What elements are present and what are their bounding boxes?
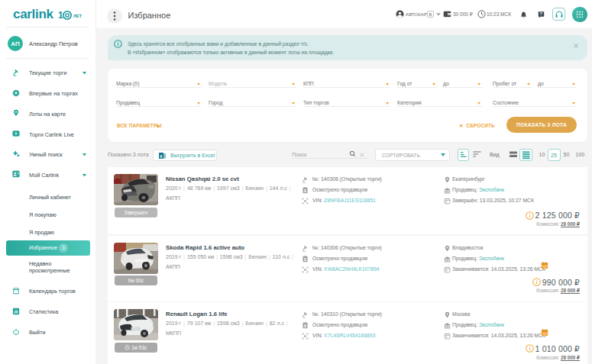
svg-text:?: ? <box>540 12 542 16</box>
svg-text:ЛЕТ: ЛЕТ <box>73 14 82 18</box>
svg-text:1: 1 <box>58 10 63 21</box>
svg-text:X: X <box>160 153 163 158</box>
